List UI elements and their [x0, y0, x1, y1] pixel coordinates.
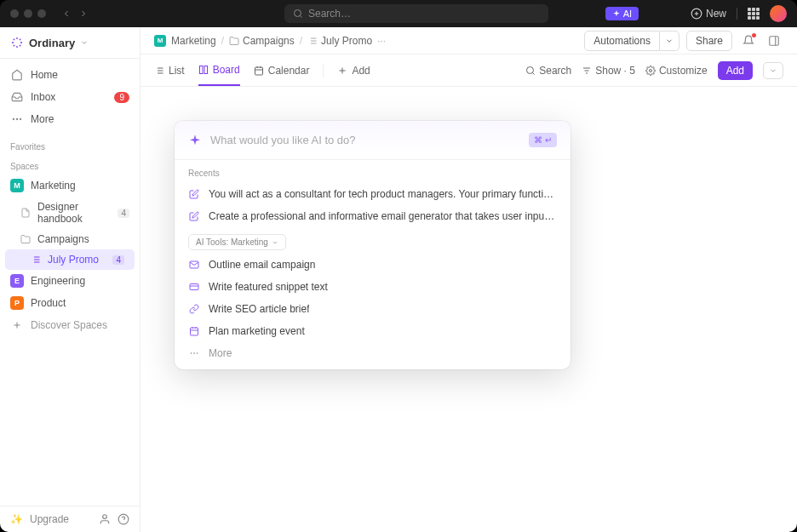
svg-line-36: [533, 72, 535, 74]
sidebar-item-more[interactable]: More: [0, 108, 140, 130]
upgrade-icon: ✨: [10, 513, 23, 525]
breadcrumb-campaigns[interactable]: Campaigns: [229, 35, 295, 47]
help-icon[interactable]: [118, 513, 129, 525]
space-badge: P: [10, 296, 24, 310]
sidebar-item-home[interactable]: Home: [0, 64, 140, 86]
add-task-button[interactable]: Add: [718, 61, 753, 80]
calendar-icon: [188, 325, 200, 337]
breadcrumb-more[interactable]: ···: [377, 35, 386, 47]
breadcrumb-marketing[interactable]: Marketing: [171, 35, 216, 47]
keyboard-shortcut: ⌘ ↵: [529, 133, 557, 147]
space-badge: E: [10, 274, 24, 288]
svg-rect-28: [204, 66, 208, 73]
pencil-icon: [188, 188, 200, 200]
filter-icon: [582, 66, 592, 76]
svg-point-0: [295, 10, 301, 17]
maximize-window[interactable]: [37, 9, 46, 18]
list-july-promo[interactable]: July Promo 4: [5, 249, 135, 270]
count-badge: 4: [112, 255, 124, 265]
tab-add-view[interactable]: Add: [337, 56, 370, 85]
add-task-dropdown[interactable]: [763, 62, 783, 79]
folder-campaigns[interactable]: Campaigns: [0, 229, 140, 249]
board-icon: [198, 65, 209, 75]
ai-tool-outline-email[interactable]: Outline email campaign: [175, 254, 571, 276]
sparkle-icon: [612, 9, 621, 18]
user-avatar[interactable]: [770, 5, 787, 22]
new-button[interactable]: New: [691, 8, 726, 20]
search-icon: [525, 66, 536, 76]
chevron-down-icon: [272, 239, 278, 246]
user-icon[interactable]: [99, 513, 111, 525]
list-designer-handbook[interactable]: Designer handbook 4: [0, 197, 140, 229]
favorites-label: Favorites: [0, 135, 140, 155]
tab-board[interactable]: Board: [198, 55, 240, 86]
spaces-label: Spaces: [0, 155, 140, 174]
folder-icon: [20, 234, 31, 244]
automations-dropdown[interactable]: [660, 31, 679, 51]
ai-tool-snippet[interactable]: Write featured snippet text: [175, 276, 571, 298]
space-badge: M: [10, 179, 24, 192]
space-product[interactable]: P Product: [0, 292, 140, 314]
recents-label: Recents: [175, 160, 571, 183]
count-badge: 4: [118, 209, 129, 218]
upgrade-link[interactable]: Upgrade: [30, 513, 69, 525]
view-tabs: List Board Calendar Add: [140, 54, 797, 87]
card-icon: [188, 281, 200, 293]
notifications-icon[interactable]: [739, 31, 758, 50]
nav-forward[interactable]: [77, 5, 90, 22]
panel-toggle-icon[interactable]: [765, 31, 783, 50]
list-icon: [307, 36, 318, 46]
gear-icon: [645, 66, 656, 76]
svg-point-5: [16, 118, 17, 119]
space-engineering[interactable]: E Engineering: [0, 270, 140, 292]
automations-button[interactable]: Automations: [584, 31, 660, 51]
workspace-logo: [10, 36, 24, 49]
search-action[interactable]: Search: [525, 65, 571, 77]
breadcrumb-july-promo[interactable]: July Promo: [307, 35, 372, 47]
more-icon: [188, 347, 200, 359]
sidebar-footer: ✨ Upgrade: [0, 506, 140, 532]
ai-button[interactable]: AI: [605, 7, 639, 20]
recent-prompt-0[interactable]: You will act as a consultant for tech pr…: [175, 183, 571, 205]
show-action[interactable]: Show · 5: [582, 65, 635, 77]
svg-rect-41: [190, 284, 198, 290]
recent-prompt-1[interactable]: Create a professional and informative em…: [175, 205, 571, 227]
space-marketing[interactable]: M Marketing: [0, 174, 140, 197]
svg-rect-27: [199, 66, 203, 73]
customize-action[interactable]: Customize: [645, 65, 708, 77]
inbox-icon: [10, 90, 24, 104]
svg-point-35: [527, 66, 534, 73]
ai-tools-selector[interactable]: AI Tools: Marketing: [188, 234, 286, 250]
sidebar: Ordinary Home Inbox 9 More: [0, 27, 140, 532]
mail-icon: [188, 259, 200, 271]
svg-point-40: [649, 69, 651, 72]
more-icon: [10, 112, 24, 126]
global-search[interactable]: Search…: [284, 4, 548, 23]
space-badge: M: [154, 35, 166, 47]
ai-tool-plan-event[interactable]: Plan marketing event: [175, 320, 571, 342]
ai-panel: What would you like AI to do? ⌘ ↵ Recent…: [175, 121, 571, 369]
share-button[interactable]: Share: [686, 31, 732, 51]
tab-calendar[interactable]: Calendar: [254, 56, 310, 85]
link-icon: [188, 303, 200, 315]
discover-spaces[interactable]: Discover Spaces: [0, 314, 140, 336]
minimize-window[interactable]: [24, 9, 32, 18]
svg-point-7: [13, 118, 14, 119]
tab-list[interactable]: List: [154, 56, 185, 85]
plus-icon: [10, 318, 24, 332]
nav-back[interactable]: [60, 5, 73, 22]
sparkle-icon: [188, 134, 202, 147]
folder-icon: [229, 36, 239, 46]
ai-more[interactable]: More: [175, 342, 571, 369]
list-icon: [154, 66, 164, 76]
workspace-name: Ordinary: [29, 37, 75, 49]
apps-icon[interactable]: [748, 8, 760, 20]
svg-rect-22: [770, 36, 779, 45]
search-placeholder: Search…: [308, 8, 351, 20]
sidebar-item-inbox[interactable]: Inbox 9: [0, 86, 140, 108]
close-window[interactable]: [10, 9, 19, 18]
doc-icon: [20, 208, 31, 218]
workspace-selector[interactable]: Ordinary: [0, 27, 140, 59]
ai-input-row[interactable]: What would you like AI to do? ⌘ ↵: [175, 121, 571, 160]
ai-tool-seo-brief[interactable]: Write SEO article brief: [175, 298, 571, 320]
